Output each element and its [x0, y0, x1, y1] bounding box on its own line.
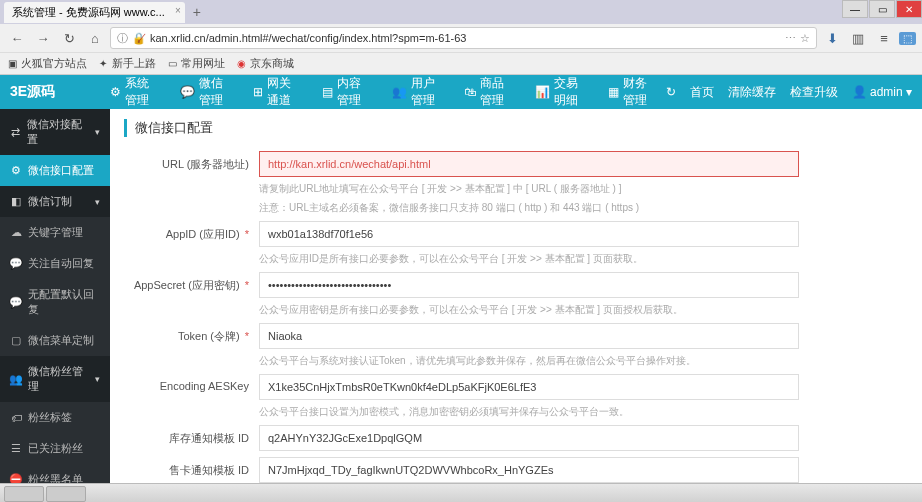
- label-token: Token (令牌) *: [124, 323, 259, 344]
- url-field[interactable]: [259, 151, 799, 177]
- sidebar-item-followers[interactable]: ☰已关注粉丝: [0, 433, 110, 464]
- restore-button[interactable]: ▭: [869, 0, 895, 18]
- aeskey-hint: 公众号平台接口设置为加密模式，消息加密密钥必须填写并保存与公众号平台一致。: [259, 404, 799, 419]
- url-input[interactable]: [150, 32, 781, 44]
- menu-label: 财务管理: [623, 75, 656, 109]
- chevron-down-icon: ▾: [95, 127, 100, 137]
- square-icon: ▢: [10, 334, 22, 347]
- menu-label: 用户管理: [411, 75, 443, 109]
- new-tab-button[interactable]: +: [187, 2, 207, 22]
- bookmark-icon: ▭: [166, 58, 178, 70]
- sidebar-label: 关键字管理: [28, 225, 83, 240]
- home-link[interactable]: 首页: [690, 84, 714, 101]
- delivery-template-field[interactable]: [259, 457, 799, 483]
- library-icon[interactable]: ⬇: [821, 27, 843, 49]
- required-icon: *: [245, 330, 249, 342]
- sidebar-item-keywords[interactable]: ☁关键字管理: [0, 217, 110, 248]
- sidebar-label: 无配置默认回复: [28, 287, 100, 317]
- sidebar-item-menu-custom[interactable]: ▢微信菜单定制: [0, 325, 110, 356]
- sidebar-item-blacklist[interactable]: ⛔粉丝黑名单: [0, 464, 110, 483]
- task-item[interactable]: [4, 486, 44, 502]
- home-button[interactable]: ⌂: [84, 27, 106, 49]
- url-hint1: 请复制此URL地址填写在公众号平台 [ 开发 >> 基本配置 ] 中 [ URL…: [259, 181, 799, 196]
- label-appsecret: AppSecret (应用密钥) *: [124, 272, 259, 293]
- url-bar[interactable]: ⓘ 🔒̸ ⋯ ☆: [110, 27, 817, 49]
- reader-icon[interactable]: ⋯: [785, 32, 796, 45]
- close-window-button[interactable]: ✕: [896, 0, 922, 18]
- token-field[interactable]: [259, 323, 799, 349]
- sidebar-label: 微信对接配置: [27, 117, 89, 147]
- chevron-down-icon: ▾: [906, 85, 912, 99]
- required-icon: *: [245, 228, 249, 240]
- appid-field[interactable]: [259, 221, 799, 247]
- brand-logo[interactable]: 3E源码: [10, 83, 100, 101]
- sidebar-label: 微信菜单定制: [28, 333, 94, 348]
- user-menu[interactable]: 👤 admin ▾: [852, 85, 912, 99]
- bookmark-icon: ◉: [235, 58, 247, 70]
- sidebar-label: 微信订制: [28, 194, 72, 209]
- browser-tab[interactable]: 系统管理 - 免费源码网 www.c... ×: [4, 2, 185, 23]
- sidebar-item-follow-reply[interactable]: 💬关注自动回复: [0, 248, 110, 279]
- menu-label: 微信管理: [199, 75, 231, 109]
- tag-icon: 🏷: [10, 412, 22, 424]
- forward-button[interactable]: →: [32, 27, 54, 49]
- sidebar-group-fans[interactable]: 👥微信粉丝管理▾: [0, 356, 110, 402]
- sidebar-item-default-reply[interactable]: 💬无配置默认回复: [0, 279, 110, 325]
- users-icon: 👥: [392, 85, 407, 99]
- minimize-button[interactable]: —: [842, 0, 868, 18]
- appsecret-hint: 公众号应用密钥是所有接口必要参数，可以在公众号平台 [ 开发 >> 基本配置 ]…: [259, 302, 799, 317]
- cloud-icon: ☁: [10, 226, 22, 239]
- menu-icon[interactable]: ≡: [873, 27, 895, 49]
- sidebar-icon[interactable]: ▥: [847, 27, 869, 49]
- close-icon[interactable]: ×: [175, 5, 181, 16]
- cache-template-field[interactable]: [259, 425, 799, 451]
- bookmark-label: 火狐官方站点: [21, 56, 87, 71]
- refresh-icon[interactable]: ↻: [666, 85, 676, 99]
- label-url: URL (服务器地址): [124, 151, 259, 172]
- extension-badge[interactable]: ⬚: [899, 32, 916, 45]
- bookmark-item[interactable]: ▣火狐官方站点: [6, 56, 87, 71]
- grid-icon: ⊞: [253, 85, 263, 99]
- label-aeskey: Encoding AESKey: [124, 374, 259, 392]
- url-hint2: 注意：URL主域名必须备案，微信服务接口只支持 80 端口 ( http ) 和…: [259, 200, 799, 215]
- aeskey-field[interactable]: [259, 374, 799, 400]
- bookmark-icon: ▣: [6, 58, 18, 70]
- info-icon[interactable]: ⓘ: [117, 31, 128, 46]
- reload-button[interactable]: ↻: [58, 27, 80, 49]
- list-icon: ▤: [322, 85, 333, 99]
- lock-strike-icon: 🔒̸: [132, 32, 146, 45]
- gear-icon: ⚙: [10, 164, 22, 177]
- sidebar-group-connect[interactable]: ⇄微信对接配置▾: [0, 109, 110, 155]
- task-item[interactable]: [46, 486, 86, 502]
- sidebar-label: 微信粉丝管理: [28, 364, 89, 394]
- star-icon[interactable]: ☆: [800, 32, 810, 45]
- chat-icon: 💬: [10, 296, 22, 309]
- token-hint: 公众号平台与系统对接认证Token，请优先填写此参数并保存，然后再在微信公众号平…: [259, 353, 799, 368]
- back-button[interactable]: ←: [6, 27, 28, 49]
- gear-icon: ⚙: [110, 85, 121, 99]
- tab-title: 系统管理 - 免费源码网 www.c...: [12, 6, 165, 18]
- taskbar: [0, 483, 922, 502]
- label-cache-template: 库存通知模板 ID: [124, 425, 259, 446]
- label-appid: AppID (应用ID) *: [124, 221, 259, 242]
- sidebar-label: 粉丝标签: [28, 410, 72, 425]
- appsecret-field[interactable]: [259, 272, 799, 298]
- sidebar-item-fan-tags[interactable]: 🏷粉丝标签: [0, 402, 110, 433]
- chevron-down-icon: ▾: [95, 197, 100, 207]
- money-icon: ▦: [608, 85, 619, 99]
- chat-icon: 💬: [10, 257, 22, 270]
- nav-bar: ← → ↻ ⌂ ⓘ 🔒̸ ⋯ ☆ ⬇ ▥ ≡ ⬚: [0, 24, 922, 52]
- sidebar-group-custom[interactable]: ◧微信订制▾: [0, 186, 110, 217]
- label-delivery-template: 售卡通知模板 ID: [124, 457, 259, 478]
- window-controls: — ▭ ✕: [841, 0, 922, 18]
- clear-cache-link[interactable]: 清除缓存: [728, 84, 776, 101]
- check-update-link[interactable]: 检查升级: [790, 84, 838, 101]
- sidebar-item-api-config[interactable]: ⚙微信接口配置: [0, 155, 110, 186]
- app-header: 3E源码 ⚙系统管理 💬微信管理 ⊞网关通道 ▤内容管理 👥用户管理 🛍商品管理…: [0, 75, 922, 109]
- chevron-down-icon: ▾: [95, 374, 100, 384]
- menu-label: 商品管理: [480, 75, 513, 109]
- chart-icon: 📊: [535, 85, 550, 99]
- bookmark-icon: ✦: [97, 58, 109, 70]
- menu-label: 网关通道: [267, 75, 300, 109]
- ban-icon: ⛔: [10, 473, 22, 483]
